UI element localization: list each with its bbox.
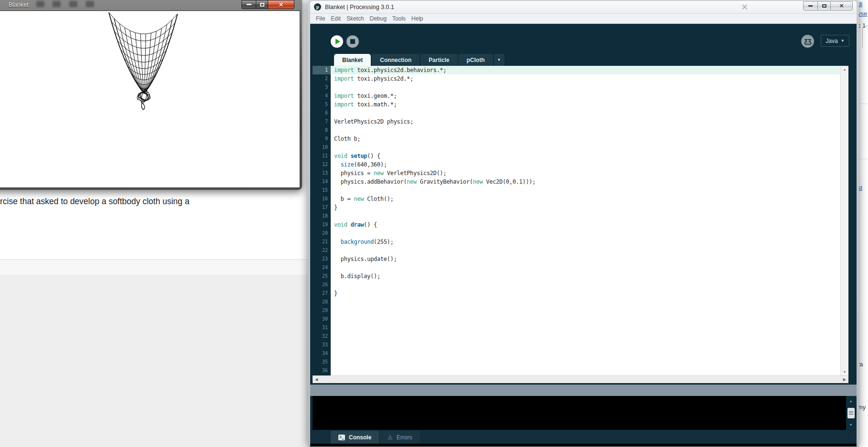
code-line[interactable]: physics = new VerletPhysics2D(); — [331, 169, 840, 177]
menu-item-debug[interactable]: Debug — [367, 15, 389, 22]
line-number: 5 — [313, 100, 331, 109]
code-line[interactable] — [331, 315, 840, 323]
code-line[interactable]: VerletPhysics2D physics; — [331, 117, 840, 126]
code-line[interactable]: import toxi.geom.*; — [331, 92, 840, 100]
code-line[interactable] — [331, 263, 840, 272]
code-line[interactable]: import toxi.physics2d.behaviors.*; — [331, 66, 840, 74]
line-number: 32 — [313, 332, 331, 341]
code-line[interactable] — [331, 143, 840, 152]
code-line[interactable]: background(255); — [331, 238, 840, 246]
debug-butterfly-button[interactable]: ƸƷ — [801, 35, 814, 48]
cloth-mesh-graphic — [0, 11, 300, 188]
line-number: 17 — [313, 203, 331, 212]
code-line[interactable] — [331, 332, 840, 341]
background-paragraph-fragment: rcise that asked to develop a softbody c… — [0, 197, 189, 207]
background-link-fragment[interactable]: vse — [858, 10, 867, 17]
code-line[interactable] — [331, 186, 840, 195]
code-line[interactable] — [331, 246, 840, 255]
console-scrollbar[interactable]: ▲ ▼ — [846, 396, 856, 430]
line-number: 15 — [313, 186, 331, 195]
code-line[interactable] — [331, 212, 840, 220]
minimize-button[interactable] — [241, 0, 256, 9]
code-line[interactable] — [331, 306, 840, 315]
tab-errors[interactable]: ⚠ Errors — [380, 431, 419, 444]
code-line[interactable]: import toxi.physics2d.*; — [331, 74, 840, 83]
menu-item-sketch[interactable]: Sketch — [344, 15, 367, 22]
code-editor[interactable]: 1234567891011121314151617181920212223242… — [313, 66, 848, 375]
code-line[interactable]: void draw() { — [331, 220, 840, 229]
code-line[interactable] — [331, 109, 840, 117]
ide-titlebar[interactable]: p Blanket | Processing 3.0.1 ✕ ✕ — [310, 1, 857, 13]
line-number: 8 — [313, 126, 331, 135]
ide-window[interactable]: p Blanket | Processing 3.0.1 ✕ ✕ FileEdi… — [308, 0, 859, 447]
code-line[interactable] — [331, 323, 840, 332]
mode-label: Java — [826, 38, 837, 44]
chevron-down-icon: ▼ — [841, 39, 845, 43]
maximize-button[interactable] — [256, 0, 268, 9]
sketch-window-controls: ✕ — [242, 0, 294, 9]
code-line[interactable] — [331, 349, 840, 358]
line-number: 10 — [313, 143, 331, 152]
stop-button[interactable] — [346, 35, 359, 48]
scroll-up-icon[interactable]: ▲ — [849, 397, 853, 405]
console-output[interactable] — [313, 396, 846, 430]
code-line[interactable]: Cloth b; — [331, 135, 840, 143]
code-line[interactable]: void setup() { — [331, 152, 840, 160]
code-line[interactable]: b.display(); — [331, 272, 840, 281]
code-line[interactable] — [331, 358, 840, 366]
menu-item-help[interactable]: Help — [408, 15, 426, 22]
code-line[interactable]: } — [331, 203, 840, 212]
editor-vertical-scrollbar[interactable]: ▲ ▼ — [840, 66, 848, 375]
minimize-button[interactable] — [803, 1, 818, 10]
scroll-down-icon[interactable]: ▼ — [843, 368, 847, 375]
menu-item-edit[interactable]: Edit — [328, 15, 344, 22]
tab-console[interactable]: >_ Console — [331, 431, 379, 444]
code-line[interactable]: physics.update(); — [331, 255, 840, 263]
code-line[interactable] — [331, 366, 840, 375]
tab-menu-button[interactable]: ▼ — [494, 54, 504, 66]
tab-blanket[interactable]: Blanket — [334, 54, 371, 66]
scroll-down-icon[interactable]: ▼ — [849, 421, 853, 428]
close-button[interactable]: ✕ — [268, 0, 294, 9]
code-line[interactable] — [331, 229, 840, 238]
background-page-band-lower — [0, 275, 313, 447]
code-line[interactable]: import toxi.math.*; — [331, 100, 840, 109]
terminal-icon: >_ — [338, 435, 345, 440]
menu-item-tools[interactable]: Tools — [389, 15, 408, 22]
maximize-button[interactable] — [817, 1, 831, 10]
line-number: 28 — [313, 298, 331, 306]
tab-particle[interactable]: Particle — [420, 54, 457, 66]
line-number: 14 — [313, 177, 331, 186]
scrollbar-thumb[interactable] — [847, 408, 855, 418]
sketch-canvas[interactable] — [0, 10, 300, 188]
close-button[interactable]: ✕ — [830, 1, 853, 10]
background-rule — [859, 159, 868, 159]
scroll-up-icon[interactable]: ▲ — [843, 66, 847, 73]
scroll-right-icon[interactable]: ▶ — [843, 377, 846, 382]
menu-item-file[interactable]: File — [313, 15, 328, 22]
line-number: 24 — [313, 263, 331, 272]
maximize-icon — [260, 3, 264, 7]
code-line[interactable]: } — [331, 289, 840, 298]
editor-horizontal-scrollbar[interactable]: ◀ ▶ — [313, 375, 848, 383]
code-line[interactable]: b = new Cloth(); — [331, 195, 840, 203]
ide-app-area: ƸƷ Java ▼ BlanketConnectionParticlepClot… — [310, 24, 857, 447]
tab-pcloth[interactable]: pCloth — [459, 54, 493, 66]
run-button[interactable] — [331, 35, 343, 48]
sketch-window[interactable]: Blanket ✕ — [0, 0, 302, 190]
code-line[interactable] — [331, 298, 840, 306]
line-number: 30 — [313, 315, 331, 323]
code-area[interactable]: import toxi.physics2d.behaviors.*;import… — [331, 66, 840, 375]
scroll-left-icon[interactable]: ◀ — [315, 377, 318, 382]
code-line[interactable] — [331, 341, 840, 349]
line-number: 11 — [313, 152, 331, 160]
line-number: 33 — [313, 341, 331, 349]
mode-dropdown[interactable]: Java ▼ — [821, 35, 849, 47]
code-line[interactable] — [331, 281, 840, 289]
code-line[interactable] — [331, 126, 840, 135]
line-number: 19 — [313, 220, 331, 229]
tab-connection[interactable]: Connection — [372, 54, 419, 66]
code-line[interactable]: physics.addBehavior(new GravityBehavior(… — [331, 177, 840, 186]
code-line[interactable] — [331, 83, 840, 92]
code-line[interactable]: size(640,360); — [331, 160, 840, 169]
